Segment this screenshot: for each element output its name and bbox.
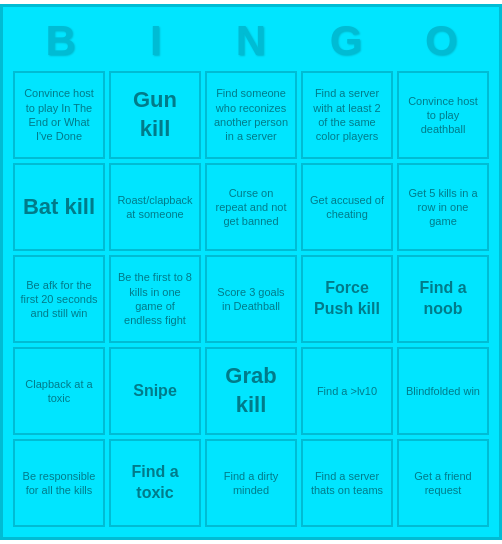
- bingo-cell-24[interactable]: Get a friend request: [397, 439, 489, 527]
- bingo-header: B I N G O: [13, 17, 489, 65]
- bingo-cell-17[interactable]: Grab kill: [205, 347, 297, 435]
- letter-i: I: [112, 17, 200, 65]
- bingo-cell-15[interactable]: Clapback at a toxic: [13, 347, 105, 435]
- bingo-cell-12[interactable]: Score 3 goals in Deathball: [205, 255, 297, 343]
- bingo-cell-7[interactable]: Curse on repeat and not get banned: [205, 163, 297, 251]
- bingo-cell-4[interactable]: Convince host to play deathball: [397, 71, 489, 159]
- bingo-cell-1[interactable]: Gun kill: [109, 71, 201, 159]
- bingo-grid: Convince host to play In The End or What…: [13, 71, 489, 527]
- bingo-cell-16[interactable]: Snipe: [109, 347, 201, 435]
- bingo-cell-6[interactable]: Roast/clapback at someone: [109, 163, 201, 251]
- bingo-cell-20[interactable]: Be responsible for all the kills: [13, 439, 105, 527]
- bingo-cell-5[interactable]: Bat kill: [13, 163, 105, 251]
- bingo-card: B I N G O Convince host to play In The E…: [0, 4, 502, 540]
- letter-g: G: [302, 17, 390, 65]
- bingo-cell-8[interactable]: Get accused of cheating: [301, 163, 393, 251]
- letter-b: B: [17, 17, 105, 65]
- bingo-cell-18[interactable]: Find a >lv10: [301, 347, 393, 435]
- bingo-cell-14[interactable]: Find a noob: [397, 255, 489, 343]
- bingo-cell-13[interactable]: Force Push kill: [301, 255, 393, 343]
- bingo-cell-2[interactable]: Find someone who reconizes another perso…: [205, 71, 297, 159]
- bingo-cell-3[interactable]: Find a server with at least 2 of the sam…: [301, 71, 393, 159]
- bingo-cell-19[interactable]: Blindfolded win: [397, 347, 489, 435]
- bingo-cell-11[interactable]: Be the first to 8 kills in one game of e…: [109, 255, 201, 343]
- bingo-cell-21[interactable]: Find a toxic: [109, 439, 201, 527]
- letter-n: N: [207, 17, 295, 65]
- bingo-cell-9[interactable]: Get 5 kills in a row in one game: [397, 163, 489, 251]
- bingo-cell-0[interactable]: Convince host to play In The End or What…: [13, 71, 105, 159]
- bingo-cell-10[interactable]: Be afk for the first 20 seconds and stil…: [13, 255, 105, 343]
- letter-o: O: [397, 17, 485, 65]
- bingo-cell-23[interactable]: Find a server thats on teams: [301, 439, 393, 527]
- bingo-cell-22[interactable]: Find a dirty minded: [205, 439, 297, 527]
